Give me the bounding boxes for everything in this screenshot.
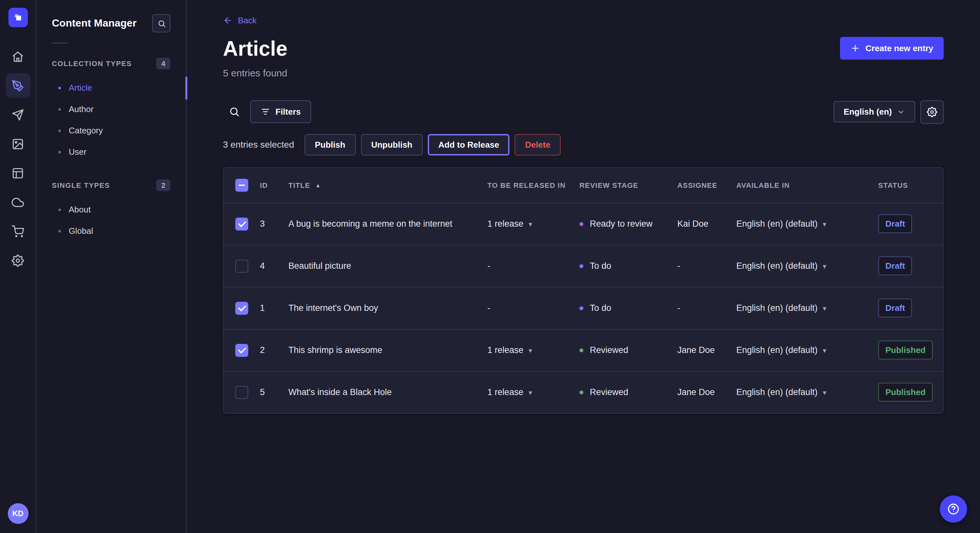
locale-select[interactable]: English (en): [833, 102, 915, 123]
sidebar-item-article[interactable]: Article: [52, 77, 170, 98]
stage-dot: [579, 222, 583, 226]
table-row[interactable]: 1 The internet's Own boy -▾ To do - Engl…: [224, 287, 943, 329]
stage-dot: [579, 264, 583, 268]
cell-release[interactable]: -▾: [487, 261, 579, 271]
sidebar-item-label: Author: [69, 104, 94, 114]
table-row[interactable]: 3 A bug is becoming a meme on the intern…: [224, 203, 943, 245]
cell-assignee: Jane Doe: [677, 346, 736, 355]
cell-release[interactable]: -▾: [487, 303, 579, 313]
unpublish-button[interactable]: Unpublish: [361, 134, 423, 155]
section-label: SINGLE TYPES: [52, 181, 110, 189]
locale-value: English (en) (default): [736, 219, 818, 229]
cell-release[interactable]: 1 release▾: [487, 346, 579, 355]
sidebar-item-global[interactable]: Global: [52, 220, 170, 241]
add-to-release-button[interactable]: Add to Release: [428, 134, 509, 155]
row-checkbox[interactable]: [235, 260, 248, 273]
settings-icon[interactable]: [5, 248, 30, 273]
column-header-id[interactable]: ID: [260, 181, 288, 189]
chevron-down-icon[interactable]: ▾: [528, 347, 532, 355]
cloud-icon[interactable]: [5, 190, 30, 214]
table-row[interactable]: 4 Beautiful picture -▾ To do - English (…: [224, 245, 943, 287]
column-header-title[interactable]: TITLE▲: [288, 181, 487, 189]
section-count-badge: 2: [156, 179, 170, 191]
sidebar-item-category[interactable]: Category: [52, 120, 170, 141]
app-root: KD Content Manager COLLECTION TYPES4Arti…: [0, 0, 980, 533]
delete-button[interactable]: Delete: [515, 134, 561, 155]
cell-id: 1: [260, 303, 288, 313]
release-label: 1 release: [487, 388, 523, 397]
strapi-logo[interactable]: [8, 8, 27, 27]
help-button[interactable]: [940, 495, 967, 523]
cart-icon[interactable]: [5, 219, 30, 244]
section-label: COLLECTION TYPES: [52, 60, 132, 67]
locale-value: English (en) (default): [736, 388, 818, 397]
cell-title: The internet's Own boy: [288, 303, 487, 313]
cell-available-in[interactable]: English (en) (default)▾: [736, 303, 878, 313]
column-header-assignee[interactable]: ASSIGNEE: [677, 181, 736, 189]
edit-icon[interactable]: [5, 73, 30, 98]
cell-review-stage: To do: [579, 303, 677, 313]
row-checkbox[interactable]: [235, 386, 248, 399]
sidebar-search-button[interactable]: [152, 14, 170, 32]
chevron-down-icon[interactable]: ▾: [823, 305, 826, 313]
column-header-available-in[interactable]: AVAILABLE IN: [736, 181, 878, 189]
locale-value: English (en) (default): [736, 303, 818, 313]
cell-available-in[interactable]: English (en) (default)▾: [736, 388, 878, 397]
table-row[interactable]: 5 What's inside a Black Hole 1 release▾ …: [224, 371, 943, 413]
table-header-row: ID TITLE▲ TO BE RELEASED IN REVIEW STAGE…: [224, 168, 943, 203]
status-badge: Draft: [878, 215, 912, 233]
table-row[interactable]: 2 This shrimp is awesome 1 release▾ Revi…: [224, 329, 943, 371]
column-header-status[interactable]: STATUS: [878, 181, 943, 189]
view-settings-button[interactable]: [920, 100, 944, 124]
home-icon[interactable]: [5, 44, 30, 69]
locale-value: English (en) (default): [736, 261, 818, 271]
column-header-release[interactable]: TO BE RELEASED IN: [487, 181, 579, 189]
sidebar-title: Content Manager: [52, 17, 137, 29]
row-checkbox[interactable]: [235, 217, 248, 230]
sidebar-item-user[interactable]: User: [52, 141, 170, 163]
chevron-down-icon[interactable]: ▾: [823, 389, 826, 397]
stage-label: Ready to review: [590, 219, 653, 229]
filters-button[interactable]: Filters: [250, 101, 311, 124]
rail-icon-list: [5, 44, 30, 273]
chevron-down-icon[interactable]: ▾: [823, 220, 826, 228]
row-checkbox[interactable]: [235, 344, 248, 357]
sidebar-item-about[interactable]: About: [52, 199, 170, 220]
chevron-down-icon[interactable]: ▾: [528, 220, 532, 228]
chevron-down-icon[interactable]: ▾: [823, 263, 826, 270]
status-badge: Draft: [878, 299, 912, 318]
bullet-icon: [58, 129, 61, 132]
avatar[interactable]: KD: [8, 503, 28, 524]
divider: [52, 43, 67, 43]
search-button[interactable]: [223, 101, 245, 123]
chevron-down-icon[interactable]: ▾: [528, 389, 532, 397]
cell-available-in[interactable]: English (en) (default)▾: [736, 219, 878, 229]
stage-label: To do: [590, 303, 611, 313]
sidebar-item-label: About: [69, 205, 91, 214]
cell-release[interactable]: 1 release▾: [487, 388, 579, 397]
send-icon[interactable]: [5, 102, 30, 127]
publish-button[interactable]: Publish: [304, 134, 355, 155]
bullet-icon: [58, 230, 61, 232]
cell-release[interactable]: 1 release▾: [487, 219, 579, 229]
cell-available-in[interactable]: English (en) (default)▾: [736, 346, 878, 355]
chevron-down-icon[interactable]: ▾: [823, 347, 826, 355]
selected-count: 3 entries selected: [223, 140, 294, 150]
select-all-checkbox[interactable]: [235, 179, 248, 192]
create-entry-label: Create new entry: [865, 44, 933, 52]
media-icon[interactable]: [5, 132, 30, 156]
row-checkbox[interactable]: [235, 302, 248, 315]
layout-icon[interactable]: [5, 160, 30, 185]
cell-review-stage: Ready to review: [579, 219, 677, 229]
sidebar-item-label: Category: [69, 125, 103, 135]
stage-dot: [579, 306, 583, 310]
release-label: -: [487, 261, 490, 271]
sidebar-item-author[interactable]: Author: [52, 98, 170, 120]
create-entry-button[interactable]: Create new entry: [840, 37, 944, 60]
cell-assignee: -: [677, 303, 736, 313]
column-header-review-stage[interactable]: REVIEW STAGE: [579, 181, 677, 189]
back-link[interactable]: Back: [223, 16, 257, 25]
toolbar: Filters English (en): [223, 100, 944, 124]
cell-available-in[interactable]: English (en) (default)▾: [736, 261, 878, 271]
cell-title: A bug is becoming a meme on the internet: [288, 219, 487, 229]
